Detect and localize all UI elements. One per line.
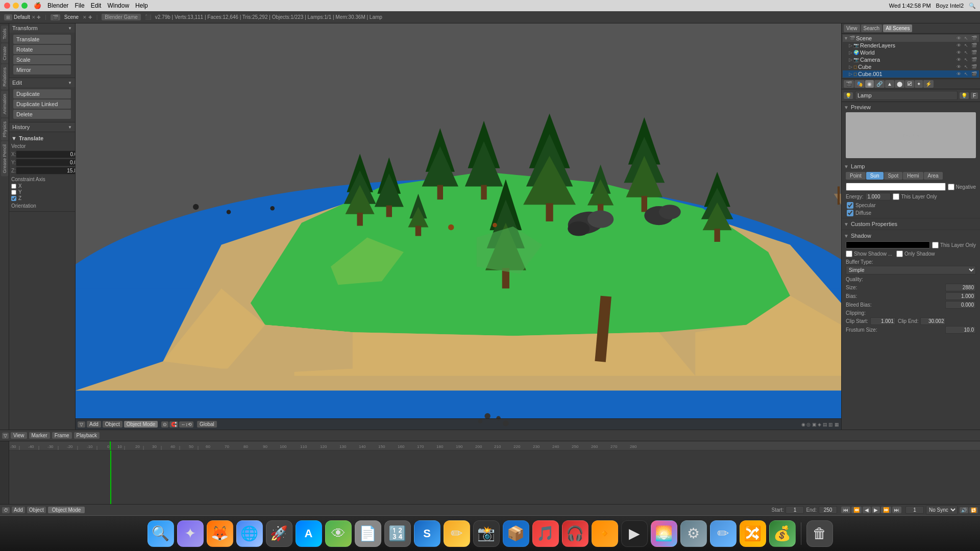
playback-menu-btn[interactable]: Playback: [74, 432, 100, 439]
app-name[interactable]: Blender: [47, 2, 68, 9]
create-tab[interactable]: Create: [1, 43, 8, 63]
pivot-icon[interactable]: ⊙: [161, 421, 168, 428]
jump-start-btn[interactable]: ⏮: [841, 507, 850, 513]
z-axis-checkbox[interactable]: [11, 196, 16, 201]
dock-photos[interactable]: 🌅: [651, 520, 677, 547]
data-props-icon[interactable]: ▲: [885, 80, 894, 88]
rl-rend[interactable]: 🎬: [970, 43, 978, 48]
dock-settings[interactable]: ⚙: [680, 520, 707, 547]
shadow-color-swatch[interactable]: [846, 241, 930, 248]
object-menu-tl[interactable]: Object: [27, 507, 46, 513]
dock-script[interactable]: S: [414, 520, 440, 547]
y-input[interactable]: [16, 159, 76, 166]
dock-camera[interactable]: 📸: [473, 520, 500, 547]
scene-cursor[interactable]: ↖: [963, 36, 969, 41]
step-fwd-btn[interactable]: ⏩: [881, 507, 891, 513]
timeline-content[interactable]: -50 -40 -30 -20 -10 0 10 20 30 40 50 60 …: [0, 441, 980, 504]
dock-finance[interactable]: 💰: [769, 520, 796, 547]
view-menu-btn[interactable]: View: [11, 432, 27, 439]
loop-btn[interactable]: 🔁: [969, 507, 978, 513]
shadow-header[interactable]: ▼ Shadow: [844, 231, 978, 240]
renderlayers-row[interactable]: ▷ 📷 RenderLayers 👁 ↖ 🎬: [843, 42, 979, 49]
physics-icon[interactable]: ⚡: [923, 80, 934, 88]
start-frame-input[interactable]: [786, 506, 804, 514]
audio-btn[interactable]: 🔊: [960, 507, 968, 513]
custom-props-header[interactable]: ▼ Custom Properties: [844, 219, 978, 229]
workspace-name[interactable]: Default: [14, 14, 30, 20]
search-tab[interactable]: Search: [861, 24, 883, 32]
transform-header[interactable]: Transform ▼: [9, 23, 75, 33]
particles-icon[interactable]: ✦: [915, 80, 923, 88]
scene-name[interactable]: Scene: [64, 14, 79, 20]
all-scenes-tab[interactable]: All Scenes: [883, 24, 912, 32]
minimize-button[interactable]: [13, 3, 19, 9]
dock-pixelmator[interactable]: ✏: [710, 520, 737, 547]
camera-row[interactable]: ▷ 📷 Camera 👁 ↖ 🎬: [843, 56, 979, 63]
frame-menu-btn[interactable]: Frame: [52, 432, 72, 439]
dock-filemerge[interactable]: 🔀: [740, 520, 766, 547]
material-icon[interactable]: ⬤: [895, 80, 904, 88]
object-props-icon[interactable]: ◉: [865, 80, 874, 88]
cube-rend[interactable]: 🎬: [970, 64, 978, 69]
engine-name[interactable]: Blender Game: [102, 14, 140, 20]
animation-tab[interactable]: Animation: [1, 91, 8, 117]
spot-tab[interactable]: Spot: [884, 172, 903, 180]
coord-system[interactable]: Global: [197, 421, 217, 428]
dock-spotify[interactable]: 🎧: [562, 520, 589, 547]
size-input[interactable]: [945, 284, 976, 291]
dock-rocket[interactable]: 🚀: [266, 520, 292, 547]
marker-menu-btn[interactable]: Marker: [29, 432, 50, 439]
cam-rend[interactable]: 🎬: [970, 57, 978, 62]
rl-sel[interactable]: ↖: [963, 43, 969, 48]
add-menu[interactable]: Add: [87, 421, 101, 428]
mirror-button[interactable]: Mirror: [13, 65, 71, 74]
object-menu[interactable]: Object: [103, 421, 122, 428]
show-shadow-checkbox[interactable]: [846, 251, 852, 257]
jump-end-btn[interactable]: ⏭: [892, 507, 901, 513]
x-axis-checkbox[interactable]: [11, 184, 16, 189]
bleed-bias-input[interactable]: [945, 301, 976, 309]
world-rend[interactable]: 🎬: [970, 50, 978, 55]
world-sel[interactable]: ↖: [963, 50, 969, 55]
cube-sel[interactable]: ↖: [963, 64, 969, 69]
grease-pencil-tab[interactable]: Grease Pencil: [1, 141, 8, 177]
delete-button[interactable]: Delete: [13, 110, 71, 119]
constraints-icon[interactable]: 🔗: [874, 80, 885, 88]
close-button[interactable]: [4, 3, 10, 9]
help-menu[interactable]: Help: [135, 2, 148, 9]
sun-tab[interactable]: Sun: [866, 172, 884, 180]
cam-sel[interactable]: ↖: [963, 57, 969, 62]
snap-icon[interactable]: 🧲: [169, 421, 178, 428]
maximize-button[interactable]: [21, 3, 28, 9]
play-reverse-btn[interactable]: ◀: [863, 507, 871, 513]
dock-siri[interactable]: ✦: [177, 520, 204, 547]
clip-end-input[interactable]: [920, 317, 946, 325]
cube-row[interactable]: ▷ ◻ Cube 👁 ↖ 🎬: [843, 63, 979, 70]
hemi-tab[interactable]: Hemi: [903, 172, 923, 180]
sync-selector[interactable]: No Sync: [926, 506, 958, 514]
lamp-color-swatch[interactable]: [846, 183, 946, 191]
dock-firefox[interactable]: 🦊: [207, 520, 233, 547]
scale-button[interactable]: Scale: [13, 55, 71, 64]
area-tab[interactable]: Area: [924, 172, 943, 180]
texture-icon[interactable]: 🗹: [905, 80, 914, 88]
mode-selector-tl[interactable]: Object Mode: [48, 507, 85, 513]
specular-checkbox[interactable]: [847, 202, 853, 209]
object-name-input[interactable]: [855, 91, 958, 100]
history-header[interactable]: History ▼: [9, 122, 75, 132]
view-tab[interactable]: View: [844, 24, 860, 32]
cam-eye[interactable]: 👁: [955, 57, 962, 62]
relations-tab[interactable]: Relations: [1, 64, 8, 90]
rl-eye[interactable]: 👁: [955, 43, 962, 48]
dock-finder[interactable]: 🔍: [148, 520, 174, 547]
bias-input[interactable]: [945, 292, 976, 300]
negative-checkbox[interactable]: [948, 184, 954, 190]
rotate-button[interactable]: Rotate: [13, 45, 71, 54]
apple-menu[interactable]: 🍎: [34, 2, 41, 9]
render-props-icon[interactable]: 🎬: [844, 80, 854, 88]
buffer-type-select[interactable]: Simple: [846, 266, 976, 274]
add-menu-tl[interactable]: Add: [12, 507, 25, 513]
current-frame-input[interactable]: [905, 506, 924, 514]
f-button[interactable]: F: [971, 92, 978, 99]
scene-row[interactable]: ▼ 🎬 Scene 👁 ↖ 🎬: [843, 35, 979, 42]
